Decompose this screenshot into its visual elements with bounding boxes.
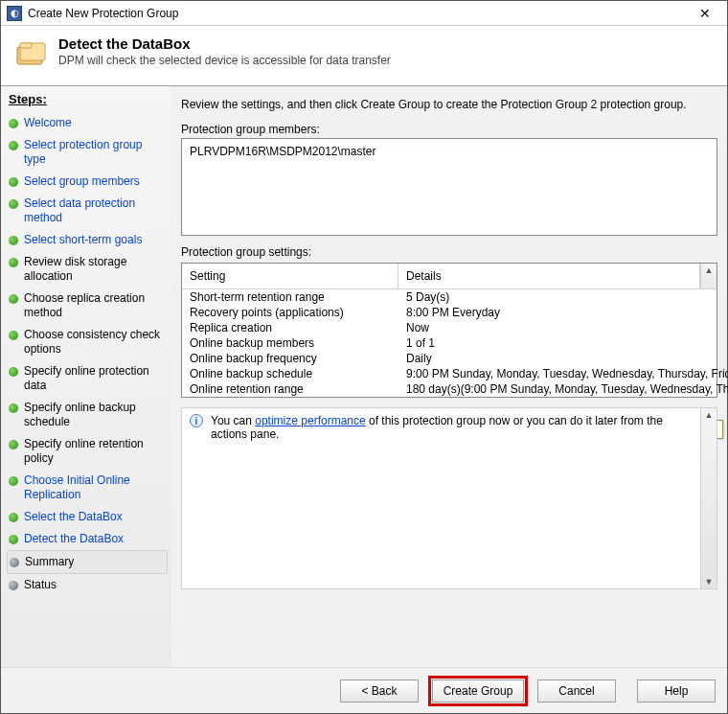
- step-item[interactable]: Select short-term goals: [7, 229, 168, 251]
- col-details[interactable]: Details: [398, 264, 700, 289]
- step-bullet-icon: [9, 440, 18, 449]
- step-label: Status: [24, 578, 57, 592]
- step-item[interactable]: Choose Initial Online Replication: [7, 470, 168, 506]
- cell-details: 9:00 PM Sunday, Monday, Tuesday, Wednesd…: [406, 367, 728, 380]
- cell-setting: Replica creation: [190, 321, 406, 334]
- step-bullet-icon: [10, 558, 19, 567]
- step-bullet-icon: [9, 141, 18, 150]
- col-setting[interactable]: Setting: [182, 264, 398, 289]
- help-button[interactable]: Help: [637, 679, 716, 702]
- step-bullet-icon: [9, 177, 18, 187]
- create-group-highlight: Create Group: [428, 676, 528, 706]
- step-bullet-icon: [9, 119, 18, 128]
- step-label[interactable]: Select data protection method: [24, 196, 166, 225]
- step-label[interactable]: Select group members: [24, 174, 140, 189]
- step-label[interactable]: Select short-term goals: [24, 233, 142, 247]
- settings-row[interactable]: Online backup frequencyDaily: [182, 351, 728, 366]
- step-item: Review disk storage allocation: [7, 251, 168, 288]
- info-scroll-down-icon[interactable]: ▼: [705, 577, 714, 587]
- info-panel: i You can optimize performance of this p…: [181, 407, 717, 589]
- cell-details: 1 of 1: [406, 336, 728, 350]
- step-bullet-icon: [9, 331, 18, 340]
- step-item[interactable]: Select the DataBox: [7, 506, 168, 528]
- wizard-body: Steps: WelcomeSelect protection group ty…: [1, 85, 727, 667]
- step-bullet-icon: [9, 258, 18, 267]
- content-pane: Review the settings, and then click Crea…: [171, 85, 727, 667]
- member-row[interactable]: PLRVDPM16R\MSDPM2012\master: [190, 145, 709, 158]
- step-item[interactable]: Detect the DataBox: [7, 528, 168, 550]
- step-item: Specify online retention policy: [7, 433, 168, 470]
- step-label: Summary: [25, 555, 74, 569]
- step-item: Choose consistency check options: [7, 324, 168, 360]
- cell-setting: Online retention range: [190, 382, 406, 396]
- close-icon: ✕: [699, 7, 711, 20]
- window-title: Create New Protection Group: [28, 7, 689, 20]
- settings-row[interactable]: Online backup members1 of 1: [182, 335, 728, 351]
- app-icon: ◐: [7, 6, 22, 21]
- cell-details: 5 Day(s): [406, 290, 728, 304]
- step-item: Status: [7, 574, 168, 596]
- cell-details: Daily: [406, 352, 728, 365]
- settings-row[interactable]: Recovery points (applications)8:00 PM Ev…: [182, 305, 728, 320]
- steps-heading: Steps:: [9, 92, 168, 106]
- step-label: Specify online protection data: [24, 364, 166, 393]
- step-item: Summary: [7, 550, 168, 574]
- svg-rect-2: [20, 43, 32, 48]
- wizard-window: ◐ Create New Protection Group ✕ Detect t…: [0, 0, 728, 714]
- close-button[interactable]: ✕: [689, 4, 721, 23]
- step-item: Specify online backup schedule: [7, 397, 168, 433]
- step-label[interactable]: Choose Initial Online Replication: [24, 473, 166, 502]
- settings-rows: Short-term retention range5 Day(s)Recove…: [182, 289, 728, 397]
- cell-setting: Recovery points (applications): [190, 306, 406, 319]
- cell-setting: Online backup frequency: [190, 352, 406, 365]
- settings-row[interactable]: Online backup schedule9:00 PM Sunday, Mo…: [182, 366, 728, 381]
- settings-table: Setting Details ▲ Short-term retention r…: [181, 263, 717, 398]
- step-item[interactable]: Welcome: [7, 112, 168, 134]
- step-item: Choose replica creation method: [7, 288, 168, 324]
- instruction-text: Review the settings, and then click Crea…: [181, 98, 717, 111]
- step-label: Choose replica creation method: [24, 291, 166, 320]
- cell-details: 180 day(s)(9:00 PM Sunday, Monday, Tuesd…: [406, 382, 728, 396]
- steps-list: WelcomeSelect protection group typeSelec…: [7, 112, 168, 596]
- step-label[interactable]: Select the DataBox: [24, 510, 123, 524]
- step-item[interactable]: Select data protection method: [7, 193, 168, 229]
- settings-row[interactable]: Online retention range180 day(s)(9:00 PM…: [182, 381, 728, 397]
- back-button[interactable]: < Back: [340, 679, 419, 702]
- step-bullet-icon: [9, 476, 18, 486]
- button-bar: < Back Create Group Cancel Help: [1, 667, 727, 713]
- step-bullet-icon: [9, 294, 18, 304]
- settings-row[interactable]: Short-term retention range5 Day(s): [182, 289, 728, 305]
- step-bullet-icon: [9, 403, 18, 413]
- settings-header-row: Setting Details ▲: [182, 264, 717, 289]
- step-bullet-icon: [9, 581, 18, 590]
- step-item: Specify online protection data: [7, 360, 168, 397]
- optimize-performance-link[interactable]: optimize performance: [255, 414, 365, 427]
- cancel-button[interactable]: Cancel: [537, 679, 616, 702]
- create-group-button[interactable]: Create Group: [432, 679, 524, 702]
- step-item[interactable]: Select group members: [7, 171, 168, 193]
- step-label[interactable]: Detect the DataBox: [24, 532, 124, 546]
- info-text: You can optimize performance of this pro…: [211, 414, 694, 441]
- cell-details: 8:00 PM Everyday: [406, 306, 728, 319]
- step-bullet-icon: [9, 513, 18, 522]
- members-listbox[interactable]: PLRVDPM16R\MSDPM2012\master: [181, 138, 717, 236]
- header-title: Detect the DataBox: [58, 35, 391, 52]
- step-item[interactable]: Select protection group type: [7, 134, 168, 171]
- step-label: Specify online backup schedule: [24, 401, 166, 429]
- settings-scrollbar[interactable]: ▲: [700, 264, 717, 289]
- step-label: Specify online retention policy: [24, 437, 166, 466]
- settings-row[interactable]: Replica creationNow: [182, 320, 728, 335]
- step-label[interactable]: Welcome: [24, 116, 72, 130]
- settings-label: Protection group settings:: [181, 245, 717, 259]
- folder-icon: [14, 37, 49, 72]
- step-label[interactable]: Select protection group type: [24, 138, 166, 167]
- scroll-up-icon[interactable]: ▲: [701, 265, 717, 275]
- settings-area: Setting Details ▲ Short-term retention r…: [181, 261, 717, 398]
- info-scrollbar[interactable]: ▲ ▼: [700, 408, 717, 588]
- titlebar: ◐ Create New Protection Group ✕: [1, 1, 727, 26]
- members-label: Protection group members:: [181, 123, 717, 136]
- step-bullet-icon: [9, 236, 18, 245]
- cell-setting: Short-term retention range: [190, 290, 406, 304]
- info-icon: i: [190, 414, 203, 427]
- info-scroll-up-icon[interactable]: ▲: [705, 410, 714, 420]
